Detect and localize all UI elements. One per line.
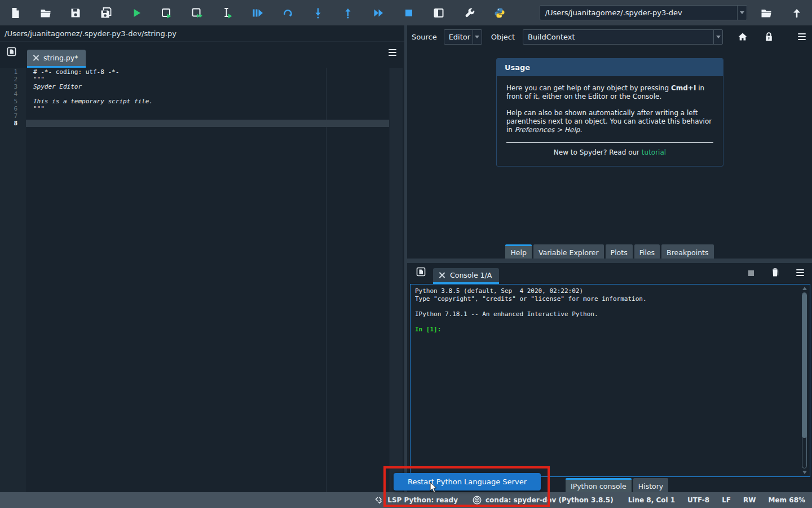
main-toolbar: /Users/juanitagomez/.spyder-py3-dev — [0, 0, 812, 25]
scroll-down-icon[interactable] — [802, 471, 807, 474]
cursor-position: Line 8, Col 1 — [628, 496, 675, 504]
editor-options-menu-icon[interactable] — [389, 49, 396, 56]
source-label: Source — [412, 33, 437, 41]
run-selection-button[interactable] — [212, 0, 242, 25]
spyder-window: /Users/juanitagomez/.spyder-py3-dev /Use… — [0, 0, 812, 508]
editor-pane: /Users/juanitagomez/.spyder-py3-dev/stri… — [0, 25, 404, 492]
tab-breakpoints[interactable]: Breakpoints — [661, 244, 713, 259]
object-label: Object — [491, 33, 515, 41]
close-icon[interactable] — [439, 272, 445, 278]
scrollbar-track[interactable] — [802, 292, 807, 468]
browse-tabs-icon[interactable] — [7, 47, 16, 56]
right-pane: Source Editor Object BuildContext Usage … — [407, 25, 812, 492]
save-icon — [69, 7, 82, 19]
python-environment-button[interactable] — [484, 0, 515, 25]
scroll-flag-area[interactable] — [390, 68, 403, 492]
code-line-current: 8 — [0, 120, 389, 127]
run-cell-advance-icon — [191, 7, 203, 19]
console-pane: Console 1/A Python 3.8.5 (default, Sep 4… — [407, 263, 812, 492]
home-icon — [738, 32, 748, 42]
usage-card: Usage Here you can get help of any objec… — [496, 58, 723, 167]
save-all-button[interactable] — [91, 0, 121, 25]
scrollbar-thumb[interactable] — [802, 293, 806, 438]
run-button[interactable] — [121, 0, 152, 25]
open-file-button[interactable] — [30, 0, 61, 25]
trash-button[interactable] — [771, 268, 779, 277]
column-ruler — [326, 68, 326, 492]
status-bar: LSP Python: ready conda: spyder-dev (Pyt… — [0, 492, 812, 508]
tutorial-link[interactable]: tutorial — [642, 148, 666, 156]
restart-language-server-button[interactable]: Restart Python Language Server — [394, 473, 541, 491]
step-return-button[interactable] — [333, 0, 364, 25]
conda-icon — [473, 496, 482, 505]
tab-label: Console 1/A — [450, 271, 492, 279]
tab-variable-explorer[interactable]: Variable Explorer — [533, 244, 604, 259]
debug-file-button[interactable] — [242, 0, 273, 25]
object-dropdown[interactable] — [713, 30, 722, 44]
help-options-menu-icon[interactable] — [798, 33, 806, 40]
continue-icon — [372, 7, 385, 19]
debug-file-icon — [251, 7, 263, 19]
stop-button[interactable] — [394, 0, 424, 25]
parent-directory-button[interactable] — [782, 0, 812, 25]
run-cell-advance-button[interactable] — [182, 0, 212, 25]
stop-icon — [403, 7, 415, 19]
maximize-pane-button[interactable] — [424, 0, 454, 25]
tab-string-py[interactable]: string.py* — [27, 50, 86, 68]
step-into-icon — [312, 7, 324, 19]
preferences-button[interactable] — [454, 0, 484, 25]
code-line: 5This is a temporary script file. — [0, 98, 389, 105]
continue-button[interactable] — [363, 0, 394, 25]
interrupt-kernel-icon[interactable] — [748, 270, 754, 276]
horizontal-splitter[interactable] — [407, 259, 812, 263]
memory-status: Mem 68% — [769, 496, 805, 504]
run-current-line-button[interactable] — [272, 0, 303, 25]
code-editor[interactable]: 1# -*- coding: utf-8 -*- 2""" 3Spyder Ed… — [0, 68, 404, 492]
browse-tabs-icon[interactable] — [416, 267, 426, 277]
new-file-icon — [9, 7, 21, 19]
step-into-button[interactable] — [303, 0, 333, 25]
home-button[interactable] — [738, 32, 748, 42]
working-directory-dropdown[interactable] — [737, 6, 747, 20]
tab-plots[interactable]: Plots — [606, 244, 633, 259]
source-value: Editor — [444, 33, 473, 41]
console-output-line — [415, 303, 805, 310]
source-select[interactable]: Editor — [444, 29, 482, 45]
new-file-button[interactable] — [0, 0, 30, 25]
lsp-status[interactable]: LSP Python: ready — [374, 496, 458, 505]
console-scrollbar[interactable] — [801, 285, 809, 476]
tab-ipython-console[interactable]: IPython console — [566, 478, 632, 492]
code-line: 3Spyder Editor — [0, 83, 389, 90]
tab-files[interactable]: Files — [634, 244, 660, 259]
wrench-icon — [463, 7, 475, 19]
run-selection-icon — [221, 7, 233, 19]
working-directory-combobox[interactable]: /Users/juanitagomez/.spyder-py3-dev — [540, 5, 747, 20]
source-dropdown[interactable] — [473, 30, 482, 44]
save-button[interactable] — [60, 0, 91, 25]
encoding-status: UTF-8 — [687, 496, 709, 504]
browse-directory-button[interactable] — [752, 0, 782, 25]
lock-icon — [765, 32, 773, 42]
close-icon[interactable] — [33, 55, 39, 61]
tab-history[interactable]: History — [633, 478, 668, 492]
code-line: 1# -*- coding: utf-8 -*- — [0, 68, 389, 76]
run-cell-button[interactable] — [151, 0, 182, 25]
object-combobox[interactable]: BuildContext — [523, 29, 723, 45]
tab-console-1a[interactable]: Console 1/A — [433, 268, 499, 284]
run-current-line-icon — [281, 7, 294, 19]
code-line: 2""" — [0, 76, 389, 83]
conda-status[interactable]: conda: spyder-dev (Python 3.8.5) — [473, 496, 614, 505]
usage-footer: New to Spyder? Read our tutorial — [506, 148, 713, 159]
console-output-line: Python 3.8.5 (default, Sep 4 2020, 02:22… — [415, 287, 805, 295]
scroll-up-icon[interactable] — [802, 287, 807, 290]
console-options-menu-icon[interactable] — [796, 269, 804, 276]
editor-breadcrumb: /Users/juanitagomez/.spyder-py3-dev/stri… — [0, 25, 404, 42]
conda-status-text: conda: spyder-dev (Python 3.8.5) — [486, 496, 614, 504]
chevron-down-icon — [475, 36, 479, 38]
ipython-console[interactable]: Python 3.8.5 (default, Sep 4 2020, 02:22… — [410, 284, 810, 477]
run-cell-icon — [160, 7, 173, 19]
console-prompt: In [1]: — [415, 326, 805, 334]
tab-help[interactable]: Help — [505, 244, 532, 259]
lsp-icon — [374, 496, 383, 505]
lock-button[interactable] — [765, 32, 773, 42]
